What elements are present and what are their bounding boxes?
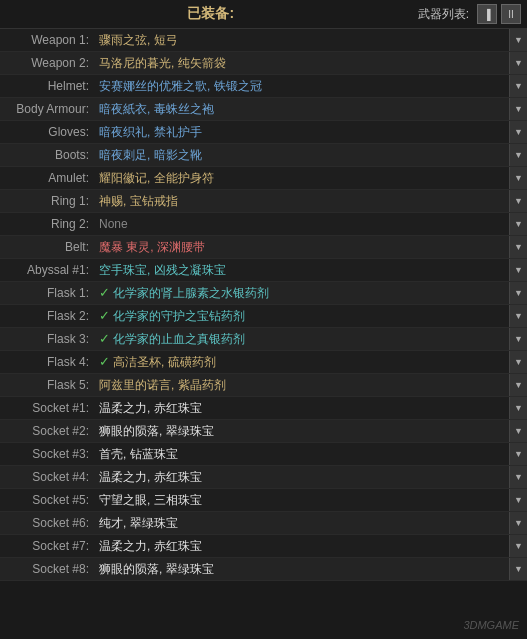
eq-value: 骤雨之弦, 短弓 [95, 30, 509, 51]
table-row: Socket #7:温柔之力, 赤红珠宝▼ [0, 535, 527, 558]
checkmark-icon: ✓ [99, 331, 110, 346]
dropdown-arrow[interactable]: ▼ [509, 167, 527, 189]
dropdown-arrow[interactable]: ▼ [509, 535, 527, 557]
eq-label: Ring 1: [0, 194, 95, 208]
eq-value: 安赛娜丝的优雅之歌, 铁锻之冠 [95, 76, 509, 97]
table-row: Socket #1:温柔之力, 赤红珠宝▼ [0, 397, 527, 420]
dropdown-arrow[interactable]: ▼ [509, 75, 527, 97]
eq-value: ✓化学家的止血之真银药剂 [95, 329, 509, 350]
eq-label: Flask 5: [0, 378, 95, 392]
eq-label: Socket #8: [0, 562, 95, 576]
table-row: Gloves:暗夜织礼, 禁礼护手▼ [0, 121, 527, 144]
eq-value: None [95, 215, 509, 233]
dropdown-arrow[interactable]: ▼ [509, 29, 527, 51]
eq-value: 狮眼的陨落, 翠绿珠宝 [95, 421, 509, 442]
dropdown-arrow[interactable]: ▼ [509, 236, 527, 258]
table-row: Flask 5:阿兹里的诺言, 紫晶药剂▼ [0, 374, 527, 397]
table-row: Boots:暗夜刺足, 暗影之靴▼ [0, 144, 527, 167]
eq-label: Socket #3: [0, 447, 95, 461]
eq-label: Socket #4: [0, 470, 95, 484]
header-equipped-label: 已装备: [4, 5, 418, 23]
eq-value: 狮眼的陨落, 翠绿珠宝 [95, 559, 509, 580]
eq-label: Helmet: [0, 79, 95, 93]
eq-label: Socket #6: [0, 516, 95, 530]
eq-label: Body Armour: [0, 102, 95, 116]
eq-label: Belt: [0, 240, 95, 254]
table-row: Socket #5:守望之眼, 三相珠宝▼ [0, 489, 527, 512]
dropdown-arrow[interactable]: ▼ [509, 305, 527, 327]
eq-value: ✓高洁圣杯, 硫磺药剂 [95, 352, 509, 373]
dropdown-arrow[interactable]: ▼ [509, 98, 527, 120]
eq-value: 马洛尼的暮光, 纯矢箭袋 [95, 53, 509, 74]
table-row: Weapon 1:骤雨之弦, 短弓▼ [0, 29, 527, 52]
eq-label: Gloves: [0, 125, 95, 139]
eq-label: Weapon 1: [0, 33, 95, 47]
dropdown-arrow[interactable]: ▼ [509, 259, 527, 281]
eq-label: Socket #5: [0, 493, 95, 507]
eq-label: Socket #2: [0, 424, 95, 438]
dropdown-arrow[interactable]: ▼ [509, 121, 527, 143]
eq-value: 空手珠宝, 凶残之凝珠宝 [95, 260, 509, 281]
eq-value: 温柔之力, 赤红珠宝 [95, 398, 509, 419]
dropdown-arrow[interactable]: ▼ [509, 466, 527, 488]
checkmark-icon: ✓ [99, 354, 110, 369]
dropdown-arrow[interactable]: ▼ [509, 558, 527, 580]
checkmark-icon: ✓ [99, 285, 110, 300]
table-row: Ring 2:None▼ [0, 213, 527, 236]
dropdown-arrow[interactable]: ▼ [509, 144, 527, 166]
table-row: Amulet:耀阳徽记, 全能护身符▼ [0, 167, 527, 190]
eq-label: Weapon 2: [0, 56, 95, 70]
equipment-list: Weapon 1:骤雨之弦, 短弓▼Weapon 2:马洛尼的暮光, 纯矢箭袋▼… [0, 29, 527, 581]
table-row: Flask 1:✓化学家的肾上腺素之水银药剂▼ [0, 282, 527, 305]
eq-value: 神赐, 宝钻戒指 [95, 191, 509, 212]
eq-label: Boots: [0, 148, 95, 162]
eq-label: Socket #7: [0, 539, 95, 553]
table-row: Socket #6:纯才, 翠绿珠宝▼ [0, 512, 527, 535]
table-row: Helmet:安赛娜丝的优雅之歌, 铁锻之冠▼ [0, 75, 527, 98]
dropdown-arrow[interactable]: ▼ [509, 374, 527, 396]
checkmark-icon: ✓ [99, 308, 110, 323]
eq-value: 暗夜刺足, 暗影之靴 [95, 145, 509, 166]
eq-value: 耀阳徽记, 全能护身符 [95, 168, 509, 189]
dropdown-arrow[interactable]: ▼ [509, 420, 527, 442]
dropdown-arrow[interactable]: ▼ [509, 443, 527, 465]
eq-value: 暗夜织礼, 禁礼护手 [95, 122, 509, 143]
eq-value: 温柔之力, 赤红珠宝 [95, 467, 509, 488]
dropdown-arrow[interactable]: ▼ [509, 213, 527, 235]
eq-value: 纯才, 翠绿珠宝 [95, 513, 509, 534]
eq-label: Flask 1: [0, 286, 95, 300]
eq-value: 阿兹里的诺言, 紫晶药剂 [95, 375, 509, 396]
table-row: Socket #8:狮眼的陨落, 翠绿珠宝▼ [0, 558, 527, 581]
eq-label: Ring 2: [0, 217, 95, 231]
dropdown-arrow[interactable]: ▼ [509, 512, 527, 534]
eq-label: Flask 3: [0, 332, 95, 346]
table-row: Flask 3:✓化学家的止血之真银药剂▼ [0, 328, 527, 351]
table-row: Belt:魔暴 東灵, 深渊腰带▼ [0, 236, 527, 259]
table-row: Flask 2:✓化学家的守护之宝钻药剂▼ [0, 305, 527, 328]
table-row: Socket #3:首壳, 钻蓝珠宝▼ [0, 443, 527, 466]
eq-value: ✓化学家的守护之宝钻药剂 [95, 306, 509, 327]
eq-value: ✓化学家的肾上腺素之水银药剂 [95, 283, 509, 304]
weapon-btn-2[interactable]: II [501, 4, 521, 24]
dropdown-arrow[interactable]: ▼ [509, 190, 527, 212]
eq-value: 温柔之力, 赤红珠宝 [95, 536, 509, 557]
dropdown-arrow[interactable]: ▼ [509, 282, 527, 304]
table-row: Abyssal #1:空手珠宝, 凶残之凝珠宝▼ [0, 259, 527, 282]
eq-label: Amulet: [0, 171, 95, 185]
dropdown-arrow[interactable]: ▼ [509, 52, 527, 74]
dropdown-arrow[interactable]: ▼ [509, 489, 527, 511]
table-row: Socket #2:狮眼的陨落, 翠绿珠宝▼ [0, 420, 527, 443]
dropdown-arrow[interactable]: ▼ [509, 351, 527, 373]
header-right: 武器列表: ▐ II [418, 4, 521, 24]
eq-label: Flask 2: [0, 309, 95, 323]
eq-value: 魔暴 東灵, 深渊腰带 [95, 237, 509, 258]
eq-label: Abyssal #1: [0, 263, 95, 277]
weapon-btn-1[interactable]: ▐ [477, 4, 497, 24]
eq-label: Flask 4: [0, 355, 95, 369]
table-row: Weapon 2:马洛尼的暮光, 纯矢箭袋▼ [0, 52, 527, 75]
eq-value: 暗夜紙衣, 毒蛛丝之袍 [95, 99, 509, 120]
dropdown-arrow[interactable]: ▼ [509, 397, 527, 419]
dropdown-arrow[interactable]: ▼ [509, 328, 527, 350]
weapon-list-label: 武器列表: [418, 6, 469, 23]
eq-label: Socket #1: [0, 401, 95, 415]
